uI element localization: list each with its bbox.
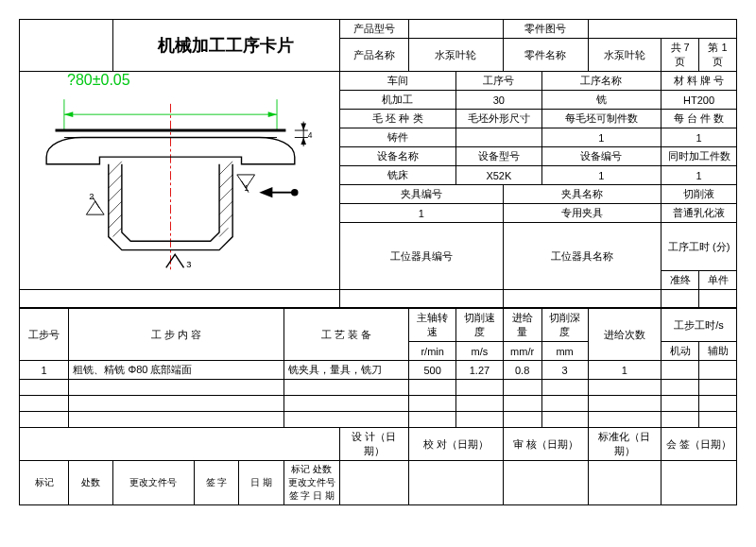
sign-label: 会 签（日期） — [662, 428, 737, 461]
process-name-label: 工序名称 — [541, 72, 662, 91]
signed-label: 签 字 — [194, 461, 238, 505]
audit-label: 审 核（日期） — [503, 428, 588, 461]
table-row — [20, 396, 737, 412]
material-label: 材 料 牌 号 — [662, 72, 737, 91]
svg-line-17 — [219, 214, 232, 228]
process-no-label: 工序号 — [456, 72, 541, 91]
fixture-name-label: 夹具名称 — [503, 185, 661, 204]
svg-marker-4 — [268, 111, 277, 117]
qty-label: 处数 — [69, 461, 113, 505]
process-time-label: 工序工时 (分) — [662, 223, 737, 271]
page-no: 第 1 页 — [699, 39, 737, 72]
svg-line-13 — [219, 162, 232, 175]
svg-marker-31 — [301, 138, 306, 145]
equip-name-label: 设备名称 — [339, 147, 455, 166]
table-row — [20, 380, 737, 396]
step-cut-speed: 1.27 — [456, 361, 504, 380]
depth-unit: mm — [541, 342, 588, 361]
parts-per-blank-label: 每毛坯可制件数 — [541, 110, 662, 128]
machine-header: 机动 — [662, 342, 699, 361]
svg-marker-25 — [259, 187, 272, 197]
product-model-label: 产品型号 — [339, 20, 408, 39]
equip-name-value: 铣床 — [339, 166, 455, 185]
design-label: 设 计（日 期） — [339, 428, 408, 461]
equip-model-label: 设备型号 — [456, 147, 541, 166]
standard-label: 标准化（日期） — [588, 428, 662, 461]
svg-line-8 — [109, 175, 122, 188]
svg-text:3: 3 — [186, 260, 191, 269]
drawing-area: ?80±0.05 — [20, 72, 340, 290]
svg-text:1: 1 — [244, 183, 249, 193]
feed-header: 进给量 — [503, 308, 541, 342]
fixture-no-label: 夹具编号 — [339, 185, 503, 204]
feed-count-header: 进给次数 — [588, 308, 662, 361]
part-name-value: 水泵叶轮 — [588, 39, 662, 72]
depth-header: 切削深度 — [541, 308, 588, 342]
svg-line-11 — [109, 214, 122, 228]
blank-dim-value — [456, 128, 541, 147]
equip-no-value: 1 — [541, 166, 662, 185]
spindle-header: 主轴转速 — [409, 308, 456, 342]
step-spindle: 500 — [409, 361, 456, 380]
workshop-label: 车间 — [339, 72, 455, 91]
svg-line-12 — [112, 228, 121, 236]
svg-text:2: 2 — [89, 192, 94, 201]
process-name-value: 铣 — [541, 91, 662, 110]
step-no-header: 工步号 — [20, 308, 69, 361]
tooling-header: 工 艺 装 备 — [284, 308, 408, 361]
step-depth: 3 — [541, 361, 588, 380]
part-drawing-no-value — [588, 20, 736, 39]
product-name-value: 水泵叶轮 — [409, 39, 504, 72]
equip-no-label: 设备编号 — [541, 147, 662, 166]
blank-kind-label: 毛 坯 种 类 — [339, 110, 455, 128]
dimension-text: ?80±0.05 — [20, 72, 339, 89]
cut-speed-unit: m/s — [456, 342, 504, 361]
step-time-header: 工步工时/s — [662, 308, 737, 342]
mark-label: 标记 — [20, 461, 69, 505]
product-name-label: 产品名称 — [339, 39, 408, 72]
blank-kind-value: 铸件 — [339, 128, 455, 147]
feed-unit: mm/r — [503, 342, 541, 361]
table-row — [20, 412, 737, 428]
step-content: 粗铣、精铣 Φ80 底部端面 — [69, 361, 284, 380]
drawing-svg: 2 1 3 4 — [20, 89, 339, 287]
date-label: 日 期 — [239, 461, 284, 505]
step-tooling: 铣夹具，量具，铣刀 — [284, 361, 408, 380]
simul-parts-label: 同时加工件数 — [662, 147, 737, 166]
svg-marker-30 — [301, 124, 306, 131]
workshop-value: 机加工 — [339, 91, 455, 110]
tool-name-label: 工位器具名称 — [503, 223, 661, 290]
equip-model-value: X52K — [456, 166, 541, 185]
svg-line-9 — [109, 188, 122, 201]
step-count: 1 — [588, 361, 662, 380]
svg-line-7 — [109, 162, 122, 175]
coolant-value: 普通乳化液 — [662, 204, 737, 223]
part-name-label: 零件名称 — [503, 39, 588, 72]
final-label: 准终 — [662, 271, 699, 290]
page-title: 机械加工工序卡片 — [113, 20, 340, 72]
step-feed: 0.8 — [503, 361, 541, 380]
svg-line-15 — [219, 188, 232, 201]
step-no: 1 — [20, 361, 69, 380]
simul-parts-value: 1 — [662, 166, 737, 185]
fixture-name-value: 专用夹具 — [503, 204, 661, 223]
svg-line-14 — [219, 175, 232, 188]
spindle-unit: r/min — [409, 342, 456, 361]
svg-text:4: 4 — [308, 130, 313, 140]
parts-per-blank-value: 1 — [541, 128, 662, 147]
tool-no-label: 工位器具编号 — [339, 223, 503, 290]
svg-marker-3 — [64, 111, 73, 117]
total-pages: 共 7 页 — [662, 39, 699, 72]
svg-point-26 — [291, 189, 299, 197]
parts-per-set-label: 每 台 件 数 — [662, 110, 737, 128]
blank-dim-label: 毛坯外形尺寸 — [456, 110, 541, 128]
product-model-value — [409, 20, 504, 39]
change-doc-label: 更改文件号 — [113, 461, 195, 505]
check-label: 校 对（日期） — [409, 428, 504, 461]
parts-per-set-value: 1 — [662, 128, 737, 147]
unit-label: 单件 — [699, 271, 737, 290]
part-drawing-no-label: 零件图号 — [503, 20, 588, 39]
fixture-no-value: 1 — [339, 204, 503, 223]
cut-speed-header: 切削速度 — [456, 308, 504, 342]
step-content-header: 工 步 内 容 — [69, 308, 284, 361]
